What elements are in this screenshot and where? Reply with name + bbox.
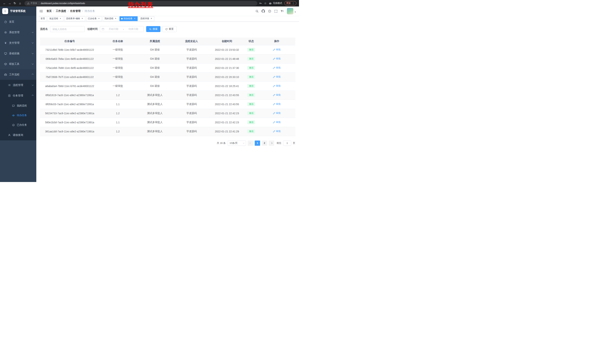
breadcrumb-task-mgmt[interactable]: 任务管理 <box>70 9 81 13</box>
sidebar-item-process-mgmt[interactable]: 流程管理 <box>0 80 36 90</box>
cell-process: 测试多审批人 <box>136 90 173 100</box>
browser-forward-button[interactable]: → <box>7 1 12 6</box>
approve-link[interactable]: 审批 <box>273 129 281 133</box>
user-icon <box>8 134 11 137</box>
table-row: 8f059c03-7ac8-11ec-a9e2-a2380e71991a 1.1… <box>40 100 295 109</box>
sidebar-toggle-button[interactable] <box>39 9 43 13</box>
approve-link[interactable]: 审批 <box>273 112 281 115</box>
cell-task-id: 381aa1dd-7ac8-11ec-a9e2-a2380e71991a <box>40 127 99 136</box>
github-icon <box>262 9 265 13</box>
tab-close-icon[interactable]: × <box>133 17 136 20</box>
tab[interactable]: 待办任务 × <box>119 16 138 21</box>
cell-action-wrap: 审批 <box>258 45 295 54</box>
approve-link[interactable]: 审批 <box>273 75 281 79</box>
start-date-placeholder[interactable]: 开始日期 <box>105 27 122 31</box>
svg-text:?: ? <box>269 10 270 12</box>
sidebar-item-dev-tools[interactable]: 研发工具 <box>0 59 36 69</box>
breadcrumb-home[interactable]: 首页 <box>47 9 52 13</box>
end-date-placeholder[interactable]: 结束日期 <box>125 27 142 31</box>
approve-label: 审批 <box>276 93 281 97</box>
approve-link[interactable]: 审批 <box>273 102 281 106</box>
tab[interactable]: 流程表单-编辑 × <box>64 16 85 21</box>
date-range-picker[interactable]: 开始日期 - 结束日期 <box>100 26 144 32</box>
tab-close-icon[interactable]: × <box>114 17 117 20</box>
cell-create-time: 2022-01-21 22:43:55 <box>210 100 244 109</box>
sidebar-item-done-tasks[interactable]: 已办任务 <box>0 120 36 130</box>
dashboard-icon <box>4 20 7 23</box>
approve-link[interactable]: 审批 <box>273 84 281 88</box>
sidebar-item-infrastructure[interactable]: 基础设施 <box>0 48 36 59</box>
page-size-select[interactable]: 10条/页 <box>228 140 246 146</box>
app-logo[interactable]: 芋道管理系统 <box>0 7 36 16</box>
page-button-2[interactable]: 2 <box>262 140 267 146</box>
status-badge: 激活 <box>247 93 255 97</box>
security-chip[interactable]: 不安全 <box>27 2 37 5</box>
tab-label: 发起流程 <box>49 17 58 20</box>
approve-link[interactable]: 审批 <box>273 66 281 69</box>
browser-back-button[interactable]: ← <box>2 1 7 6</box>
cell-create-time: 2022-01-22 18:25:41 <box>210 81 244 90</box>
tab-close-icon[interactable]: × <box>59 17 62 20</box>
page-button-1[interactable]: 1 <box>255 140 260 146</box>
chevron-up-icon <box>32 74 34 75</box>
approve-link[interactable]: 审批 <box>273 93 281 97</box>
cell-task-id: 58154733-7ac8-11ec-a9e2-a2380e71991a <box>40 109 99 118</box>
approve-link[interactable]: 审批 <box>273 121 281 124</box>
font-size-button[interactable]: TT <box>279 7 285 16</box>
browser-menu-icon[interactable]: ⋮ <box>292 2 295 4</box>
sidebar-item-workflow[interactable]: 工作流程 <box>0 69 36 80</box>
edit-icon <box>273 121 275 123</box>
next-page-button[interactable] <box>269 140 274 146</box>
search-button[interactable]: 搜索 <box>146 26 160 32</box>
reset-button[interactable]: 重置 <box>162 26 176 32</box>
tab[interactable]: 我的流程 × <box>103 16 119 21</box>
tab-close-icon[interactable]: × <box>98 17 100 20</box>
tab[interactable]: 已办任务 × <box>86 16 102 21</box>
browser-update-button[interactable]: 更新 ⋮ <box>284 1 296 5</box>
approve-link[interactable]: 审批 <box>273 48 281 51</box>
process-name-input[interactable] <box>50 26 85 32</box>
fullscreen-button[interactable] <box>273 7 279 16</box>
cell-process: OA 请假 <box>136 54 173 63</box>
github-button[interactable] <box>260 7 266 16</box>
column-header-action: 操作 <box>258 38 295 45</box>
approve-label: 审批 <box>276 129 281 133</box>
breadcrumb-separator: / <box>82 10 83 13</box>
help-button[interactable]: ? <box>266 7 273 16</box>
goto-page-input[interactable] <box>283 140 291 146</box>
sidebar-item-todo-tasks[interactable]: 待办任务 <box>0 111 36 120</box>
tab[interactable]: 流程详情 × <box>139 16 154 21</box>
approve-link[interactable]: 审批 <box>273 57 281 60</box>
bookmark-star-button[interactable]: ☆ <box>264 2 266 5</box>
incognito-badge: 无痕模式 <box>269 2 282 5</box>
browser-reload-button[interactable]: ↻ <box>12 1 17 6</box>
sidebar-item-leave-query[interactable]: 请假查询 <box>0 130 36 140</box>
password-key-button[interactable] <box>259 2 262 5</box>
check-circle-icon <box>12 123 15 126</box>
breadcrumb-separator: / <box>53 10 54 13</box>
sidebar-item-home[interactable]: 首页 <box>0 16 36 27</box>
user-menu[interactable]: ▼ <box>287 8 296 15</box>
tab-close-icon[interactable]: × <box>150 17 153 20</box>
tab[interactable]: 首页 <box>39 16 47 21</box>
header-search-button[interactable] <box>254 7 260 16</box>
filter-bar: 流程名 创建时间 开始日期 - 结束日期 搜索 <box>40 26 295 32</box>
cell-task-name: 1.1 <box>99 118 136 127</box>
sidebar-item-payment-mgmt[interactable]: ¥ 支付管理 <box>0 38 36 48</box>
breadcrumb-workflow[interactable]: 工作流程 <box>56 9 66 13</box>
table-row: 75d72608-7b7f-11ec-a3c8-acde48001122 一级审… <box>40 73 295 81</box>
approve-label: 审批 <box>276 66 281 69</box>
cell-action-wrap: 审批 <box>258 118 295 127</box>
prev-page-button[interactable] <box>248 140 253 146</box>
app: 芋道管理系统 首页 系统管理 ¥ 支付管理 <box>0 7 299 182</box>
chevron-left-icon <box>249 142 251 144</box>
sidebar-item-my-process[interactable]: 我的流程 <box>0 101 36 111</box>
browser-home-button[interactable]: ⌂ <box>17 1 23 6</box>
tab-close-icon[interactable]: × <box>81 17 83 20</box>
tab[interactable]: 发起流程 × <box>48 16 63 21</box>
sidebar-item-system-mgmt[interactable]: 系统管理 <box>0 27 36 38</box>
cell-action-wrap: 审批 <box>258 127 295 136</box>
cell-task-id: 8f0d1619-7ac8-11ec-a9e2-a2380e71991a <box>40 90 99 100</box>
column-header-process: 所属流程 <box>136 38 173 45</box>
sidebar-item-task-mgmt[interactable]: 任务管理 <box>0 90 36 101</box>
